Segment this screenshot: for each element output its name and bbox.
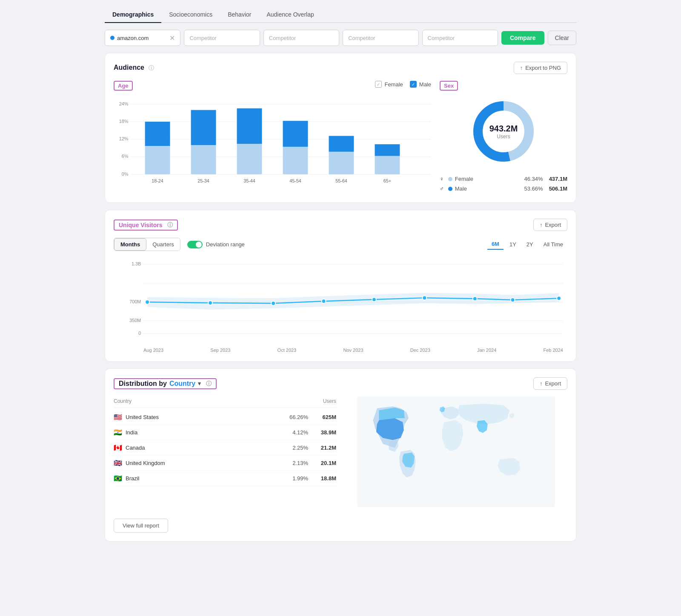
male-pct: 53.66% — [524, 185, 543, 192]
clear-button[interactable]: Clear — [548, 31, 576, 45]
male-color-dot — [448, 187, 452, 191]
view-full-button[interactable]: View full report — [114, 519, 168, 533]
deviation-toggle: Deviation range — [187, 241, 245, 248]
donut-total: 943.2M — [489, 124, 518, 134]
age-legend: ✓ Female ✓ Male — [375, 81, 431, 88]
line-chart-svg: 1.3B 700M 350M 0 — [118, 260, 563, 345]
country-br: Brazil — [126, 475, 292, 482]
pct-in: 4.12% — [292, 429, 308, 436]
legend-male-label: Male — [419, 81, 431, 88]
range-2y[interactable]: 2Y — [522, 239, 538, 250]
table-header: Country Users — [114, 396, 336, 408]
svg-point-45 — [422, 296, 426, 300]
table-row: 🇬🇧 United Kingdom 2.13% 20.1M — [114, 456, 336, 471]
col-users: Users — [323, 398, 336, 404]
users-gb: 20.1M — [315, 460, 336, 466]
export-icon: ↑ — [520, 65, 523, 71]
x-label-aug: Aug 2023 — [143, 348, 163, 353]
compare-button[interactable]: Compare — [501, 31, 544, 45]
competitor-input-2[interactable]: Competitor — [263, 30, 339, 46]
sex-row-male: ♂ Male 53.66% 506.1M — [440, 184, 567, 194]
export-png-button[interactable]: ↑ Export to PNG — [514, 62, 567, 74]
competitor-input-3[interactable]: Competitor — [343, 30, 418, 46]
flag-ca: 🇨🇦 — [114, 444, 122, 452]
dist-export-icon: ↑ — [540, 380, 543, 387]
x-label-nov: Nov 2023 — [343, 348, 363, 353]
svg-point-40 — [145, 300, 149, 304]
svg-rect-11 — [145, 122, 170, 146]
uv-label: Unique Visitors — [119, 222, 162, 228]
svg-point-42 — [271, 301, 275, 305]
competitor-placeholder-1: Competitor — [189, 35, 217, 41]
nav-behavior[interactable]: Behavior — [220, 7, 259, 23]
svg-rect-22 — [329, 152, 354, 174]
svg-rect-10 — [145, 146, 170, 174]
female-checkbox[interactable]: ✓ — [375, 81, 382, 88]
audience-header: Audience ⓘ ↑ Export to PNG — [114, 62, 567, 74]
svg-rect-25 — [375, 156, 400, 174]
svg-text:65+: 65+ — [383, 178, 391, 183]
male-gender-icon: ♂ — [440, 185, 444, 192]
audience-info-icon[interactable]: ⓘ — [149, 65, 154, 71]
uv-export-button[interactable]: ↑ Export — [533, 219, 567, 231]
view-full-section: View full report — [114, 515, 567, 533]
users-br: 18.8M — [315, 475, 336, 482]
male-checkbox[interactable]: ✓ — [410, 81, 417, 88]
distribution-card: Distribution by Country ▾ ⓘ ↑ Export Cou… — [105, 368, 576, 542]
uv-export-icon: ↑ — [540, 222, 543, 228]
nav-audience-overlap[interactable]: Audience Overlap — [259, 7, 321, 23]
nav-socioeconomics[interactable]: Socioeconomics — [161, 7, 220, 23]
dist-title-row: Distribution by Country ▾ ⓘ — [114, 378, 217, 389]
svg-point-43 — [322, 299, 326, 303]
period-toggle: Months Quarters — [114, 238, 180, 251]
dist-dropdown-icon[interactable]: ▾ — [198, 380, 201, 387]
dist-header: Distribution by Country ▾ ⓘ ↑ Export — [114, 377, 567, 390]
pct-us: 66.26% — [289, 414, 308, 420]
table-row: 🇧🇷 Brazil 1.99% 18.8M — [114, 471, 336, 486]
svg-text:700M: 700M — [129, 299, 141, 304]
donut-center: 943.2M Users — [489, 124, 518, 140]
svg-point-46 — [473, 297, 477, 301]
svg-rect-23 — [329, 136, 354, 151]
range-6m[interactable]: 6M — [487, 239, 504, 250]
domain-close-icon[interactable]: ✕ — [169, 34, 175, 42]
svg-text:350M: 350M — [129, 318, 141, 323]
world-map-svg — [345, 396, 567, 507]
dist-info-icon[interactable]: ⓘ — [206, 380, 212, 388]
donut-subtitle: Users — [489, 134, 518, 140]
svg-text:18-24: 18-24 — [152, 178, 163, 183]
svg-text:0: 0 — [138, 331, 141, 336]
domain-input[interactable]: amazon.com ✕ — [105, 30, 180, 46]
months-button[interactable]: Months — [114, 238, 146, 251]
svg-text:6%: 6% — [122, 154, 129, 159]
quarters-button[interactable]: Quarters — [146, 238, 180, 251]
x-axis-labels: Aug 2023 Sep 2023 Oct 2023 Nov 2023 Dec … — [118, 348, 563, 353]
competitor-input-1[interactable]: Competitor — [184, 30, 260, 46]
competitor-bar: amazon.com ✕ Competitor Competitor Compe… — [105, 30, 576, 46]
range-all-time[interactable]: All Time — [539, 239, 567, 250]
svg-rect-16 — [237, 144, 262, 174]
sex-label: Sex — [440, 81, 458, 91]
x-label-oct: Oct 2023 — [278, 348, 297, 353]
range-1y[interactable]: 1Y — [505, 239, 521, 250]
svg-text:25-34: 25-34 — [197, 178, 209, 183]
sex-legend: ♀ Female 46.34% 437.1M ♂ Male 53.66% 506… — [440, 174, 567, 194]
toggle-knob — [196, 242, 202, 248]
svg-rect-19 — [283, 147, 308, 174]
legend-female: ✓ Female — [375, 81, 403, 88]
table-row: 🇮🇳 India 4.12% 38.9M — [114, 425, 336, 440]
svg-text:35-44: 35-44 — [243, 178, 255, 183]
pct-ca: 2.25% — [292, 445, 308, 451]
world-map — [345, 396, 567, 508]
male-val: 506.1M — [549, 185, 567, 192]
competitor-input-4[interactable]: Competitor — [422, 30, 498, 46]
country-table-section: Country Users 🇺🇸 United States 66.26% 62… — [114, 396, 336, 508]
dist-export-button[interactable]: ↑ Export — [533, 377, 567, 390]
uv-info-icon[interactable]: ⓘ — [167, 221, 173, 229]
nav-demographics[interactable]: Demographics — [105, 7, 161, 23]
deviation-switch[interactable] — [187, 241, 203, 248]
svg-text:55-64: 55-64 — [335, 178, 347, 183]
audience-grid: Age ✓ Female ✓ Male — [114, 81, 567, 194]
dist-country-link[interactable]: Country — [169, 380, 195, 388]
sex-section: Sex 943.2M Users — [440, 81, 567, 194]
